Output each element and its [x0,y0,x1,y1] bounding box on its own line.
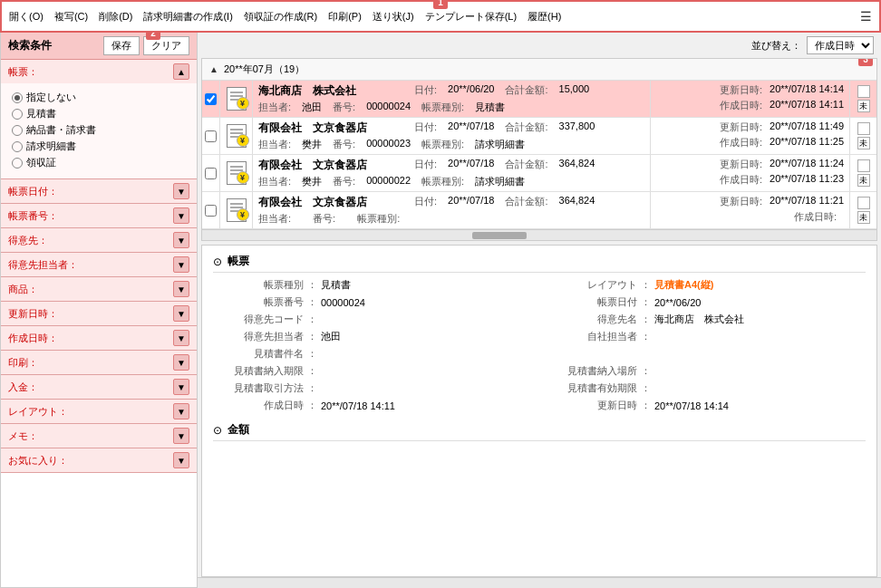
sidebar-section-print2-header[interactable]: 印刷： ▼ [1,351,197,374]
sidebar-section-voucher-number-header[interactable]: 帳票番号： ▼ [1,204,197,227]
detail-val-right-7: 20**/07/18 14:14 [654,400,729,411]
toolbar-btn-delete[interactable]: 削除(D) [99,10,132,24]
detail-row-right-3: 自社担当者 ： [547,330,866,343]
sidebar-section-voucher-number: 帳票番号： ▼ [1,204,197,228]
list-item[interactable]: ¥ 有限会社 文京食器店 日付: 20**/07/18 合計金額: 337,80… [202,118,876,155]
toolbar-btn-invoice-detail[interactable]: 請求明細書の作成(I) [143,10,232,24]
list-item-flag1 [857,85,870,98]
collapse-layout-btn[interactable]: ▼ [173,403,189,419]
collapse-updated-btn[interactable]: ▼ [173,305,189,322]
collapse-favorite-btn[interactable]: ▼ [173,452,189,468]
collapse-customer-btn[interactable]: ▼ [173,232,189,248]
list-item[interactable]: ¥ 有限会社 文京食器店 日付: 20**/07/18 合計金額: 364,82… [202,155,876,192]
radio-invoice-dot [12,141,23,152]
toolbar-btn-send[interactable]: 送り状(J) [373,10,414,24]
detail-section-collapse-icon[interactable]: ⊙ [213,255,222,268]
collapse-product-btn[interactable]: ▼ [173,281,189,297]
detail-section-money-title: 金額 [228,422,249,438]
list-item-right-col: 更新日時: 20**/07/18 11:24 作成日時: 20**/07/18 … [650,155,849,191]
radio-invoice[interactable]: 請求明細書 [12,140,189,153]
radio-receipt[interactable]: 領収証 [12,156,189,169]
sidebar-section-created-label: 作成日時： [8,332,58,345]
doc-icon: ¥ [224,86,249,111]
list-items-container: ¥ 海北商店 株式会社 日付: 20**/06/20 合計金額: 15,000 … [202,81,876,229]
sidebar-save-button[interactable]: 保存 [103,36,140,55]
detail-key-right-6: 見積書有効期限 [547,381,637,395]
list-item-total-label: 合計金額: [505,120,547,136]
sidebar-section-voucher-date-header[interactable]: 帳票日付： ▼ [1,179,197,203]
toolbar-btn-open[interactable]: 開く(O) [9,10,44,24]
detail-row-left-4: 見積書件名 ： [213,347,532,361]
toolbar-btn-receipt[interactable]: 領収証の作成(R) [244,10,317,24]
detail-row-right-7: 更新日時 ： 20**/07/18 14:14 [547,399,866,412]
sidebar-section-customer: 得意先： ▼ [1,228,197,253]
list-item-checkbox[interactable] [205,130,217,142]
detail-section-voucher-title: 帳票 [228,254,249,269]
sidebar-section-voucher-type-header[interactable]: 帳票： ▲ [1,60,197,83]
toolbar-menu-icon[interactable]: ☰ [860,9,872,24]
list-item-company: 有限会社 文京食器店 [258,120,403,136]
toolbar-btn-history[interactable]: 履歴(H) [528,10,561,24]
detail-key-left-0: 帳票種別 [213,278,304,292]
sort-select[interactable]: 作成日時 更新日時 帳票日付 帳票番号 [807,36,874,54]
list-scrollbar[interactable] [202,229,876,240]
list-item-icon-col: ¥ [220,81,253,117]
radio-estimate[interactable]: 見積書 [12,107,189,120]
sort-bar: 並び替え： 作成日時 更新日時 帳票日付 帳票番号 [198,33,881,58]
sidebar-section-updated: 更新日時： ▼ [1,302,197,326]
detail-key-left-1: 帳票番号 [213,295,304,309]
radio-delivery[interactable]: 納品書・請求書 [12,123,189,137]
list-item-number: 00000023 [366,138,411,151]
collapse-memo-btn[interactable]: ▼ [173,428,189,444]
list-item-checkbox[interactable] [205,168,217,179]
collapse-print2-btn[interactable]: ▼ [173,354,189,371]
sidebar-badge: 2 [146,33,160,40]
radio-none[interactable]: 指定しない [12,91,189,104]
detail-row-left-5: 見積書納入期限 ： [213,364,532,378]
sidebar-section-customer-header[interactable]: 得意先： ▼ [1,228,197,252]
radio-receipt-dot [12,158,23,169]
collapse-created-btn[interactable]: ▼ [173,330,189,346]
list-item-type-label: 帳票種別: [357,212,400,226]
toolbar-btn-print[interactable]: 印刷(P) [328,10,362,24]
sidebar-section-layout-header[interactable]: レイアウト： ▼ [1,400,197,423]
list-item-checkbox[interactable] [205,205,217,217]
sidebar-section-voucher-number-label: 帳票番号： [8,209,58,223]
list-item-icon-col: ¥ [220,155,253,191]
detail-row-right-5: 見積書納入場所 ： [547,364,866,378]
list-item[interactable]: ¥ 有限会社 文京食器店 日付: 20**/07/18 合計金額: 364,82… [202,192,876,229]
doc-icon-yen: ¥ [237,134,249,147]
list-item-updated: 20**/07/18 11:21 [770,195,844,208]
sidebar-section-voucher-type-content: 指定しない 見積書 納品書・請求書 請求明細書 [1,83,197,178]
list-item[interactable]: ¥ 海北商店 株式会社 日付: 20**/06/20 合計金額: 15,000 … [202,81,876,118]
sidebar-section-product-header[interactable]: 商品： ▼ [1,277,197,301]
sidebar-section-voucher-type: 帳票： ▲ 指定しない 見積書 [1,60,197,179]
sidebar-section-favorite-header[interactable]: お気に入り： ▼ [1,448,197,472]
list-item-number-label: 番号: [333,138,355,151]
sidebar-section-created-header[interactable]: 作成日時： ▼ [1,326,197,350]
sidebar-section-payment-header[interactable]: 入金： ▼ [1,375,197,399]
list-panel-badge: 3 [858,58,873,66]
bottom-scroll[interactable] [198,577,881,588]
collapse-voucher-date-btn[interactable]: ▼ [173,183,189,199]
toolbar-btn-copy[interactable]: 複写(C) [54,10,88,24]
detail-row-left-3: 得意先担当者 ： 池田 [213,330,532,343]
list-item-checkbox[interactable] [205,93,217,105]
list-item-flag2: 未 [857,137,870,149]
list-panel: 3 ▲ 20**年07月（19） ¥ [201,58,877,241]
toolbar-btn-template[interactable]: テンプレート保存(L) [425,10,517,24]
collapse-payment-btn[interactable]: ▼ [173,379,189,395]
collapse-voucher-type-btn[interactable]: ▲ [173,63,189,80]
detail-colon-left-0: ： [307,278,317,292]
sidebar-section-updated-header[interactable]: 更新日時： ▼ [1,302,197,325]
collapse-voucher-number-btn[interactable]: ▼ [173,207,189,224]
sidebar-section-memo-header[interactable]: メモ： ▼ [1,424,197,448]
detail-money-collapse-icon[interactable]: ⊙ [213,424,222,437]
radio-estimate-label: 見積書 [26,107,56,120]
list-item-right-col: 更新日時: 20**/07/18 14:14 作成日時: 20**/07/18 … [650,81,849,117]
collapse-customer-staff-btn[interactable]: ▼ [173,256,189,273]
list-item-right-row1: 更新日時: 20**/07/18 11:21 [656,195,844,208]
sidebar-section-created: 作成日時： ▼ [1,326,197,351]
detail-colon-right-2: ： [641,313,651,326]
sidebar-section-customer-staff-header[interactable]: 得意先担当者： ▼ [1,253,197,276]
